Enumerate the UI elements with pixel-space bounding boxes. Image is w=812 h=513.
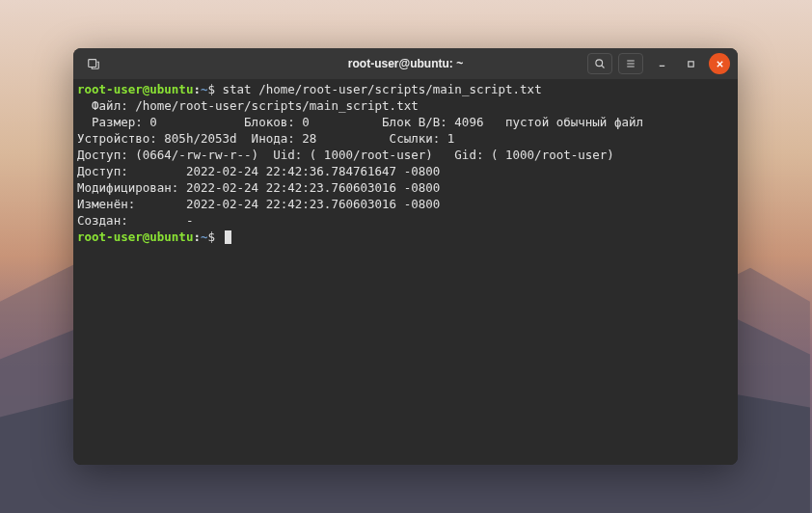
search-icon [594,58,606,69]
command-text: stat /home/root-user/scripts/main_script… [223,82,542,96]
svg-line-2 [602,66,605,68]
minimize-icon [658,60,666,68]
svg-rect-7 [688,61,692,66]
new-tab-icon [87,57,100,70]
prompt-symbol: $ [207,82,215,96]
prompt-user-host: root-user@ubuntu [77,82,193,96]
stat-out-access-perm: Доступ: (0664/-rw-rw-r--) Uid: ( 1000/ro… [77,148,614,162]
maximize-button[interactable] [680,53,701,74]
close-button[interactable] [709,53,730,74]
menu-button[interactable] [618,53,643,74]
search-button[interactable] [587,53,612,74]
prompt-symbol-2: $ [207,230,215,244]
terminal-cursor [225,230,231,244]
prompt-user-host-2: root-user@ubuntu [77,230,193,244]
prompt-colon: : [193,82,201,96]
svg-point-1 [596,60,603,67]
prompt-colon-2: : [193,230,201,244]
hamburger-icon [625,58,636,69]
close-icon [716,60,724,68]
terminal-body[interactable]: root-user@ubuntu:~$ stat /home/root-user… [73,79,738,465]
stat-out-mtime: Модифицирован: 2022-02-24 22:42:23.76060… [77,180,440,195]
stat-out-atime: Доступ: 2022-02-24 22:42:36.784761647 -0… [77,164,440,178]
stat-out-file: Файл: /home/root-user/scripts/main_scrip… [77,98,419,113]
stat-out-ctime: Изменён: 2022-02-24 22:42:23.760603016 -… [77,197,440,211]
minimize-button[interactable] [651,53,672,74]
new-tab-button[interactable] [81,53,106,74]
maximize-icon [687,60,695,68]
stat-out-birth: Создан: - [77,213,193,228]
titlebar[interactable]: root-user@ubuntu: ~ [73,48,738,79]
stat-out-size: Размер: 0 Блоков: 0 Блок В/В: 4096 пусто… [77,115,643,129]
svg-rect-0 [89,60,96,68]
stat-out-device: Устройство: 805h/2053d Инода: 28 Ссылки:… [77,131,454,146]
terminal-window: root-user@ubuntu: ~ [73,48,738,465]
